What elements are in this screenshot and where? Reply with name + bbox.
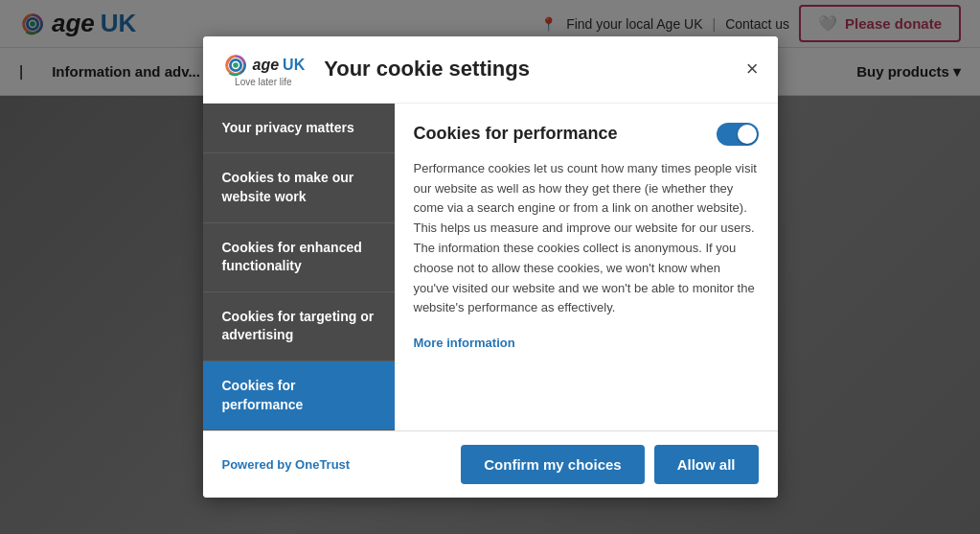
sidebar-item-targeting[interactable]: Cookies for targeting or advertising: [203, 292, 395, 361]
content-description: Performance cookies let us count how man…: [414, 159, 759, 318]
performance-toggle[interactable]: [717, 123, 759, 146]
modal-logo-tagline: Love later life: [235, 77, 291, 87]
sidebar-item-enhanced[interactable]: Cookies for enhanced functionality: [203, 223, 395, 292]
modal-logo: age UK Love later life: [222, 52, 306, 87]
content-section-title-text: Cookies for performance: [414, 124, 618, 144]
modal-overlay: age UK Love later life Your cookie setti…: [0, 0, 980, 534]
modal-logo-age: age: [253, 57, 280, 74]
modal-logo-uk: UK: [283, 57, 305, 74]
modal-sidebar: Your privacy matters Cookies to make our…: [203, 104, 395, 430]
content-section-header: Cookies for performance: [414, 123, 759, 146]
onetrust-brand: OneTrust: [295, 457, 350, 472]
confirm-choices-button[interactable]: Confirm my choices: [461, 445, 644, 484]
modal-logo-spiral-icon: [222, 52, 249, 79]
modal-header-left: age UK Love later life Your cookie setti…: [222, 52, 530, 87]
modal-body: Your privacy matters Cookies to make our…: [203, 104, 778, 430]
modal-logo-top: age UK: [222, 52, 306, 79]
modal-title: Your cookie settings: [324, 57, 530, 81]
powered-by: Powered by OneTrust: [222, 457, 351, 472]
modal-content-area: Cookies for performance Performance cook…: [395, 104, 778, 430]
cookie-settings-modal: age UK Love later life Your cookie setti…: [203, 36, 778, 498]
sidebar-item-privacy[interactable]: Your privacy matters: [203, 104, 395, 154]
more-info-link[interactable]: More information: [414, 336, 515, 350]
sidebar-item-make-work[interactable]: Cookies to make our website work: [203, 153, 395, 222]
svg-point-5: [233, 62, 239, 68]
close-button[interactable]: ×: [746, 58, 759, 80]
footer-buttons: Confirm my choices Allow all: [461, 445, 758, 484]
powered-by-label: Powered by: [222, 457, 292, 472]
sidebar-item-performance[interactable]: Cookies for performance: [203, 361, 395, 430]
allow-all-button[interactable]: Allow all: [654, 445, 759, 484]
modal-header: age UK Love later life Your cookie setti…: [203, 36, 778, 104]
modal-footer: Powered by OneTrust Confirm my choices A…: [203, 430, 778, 498]
